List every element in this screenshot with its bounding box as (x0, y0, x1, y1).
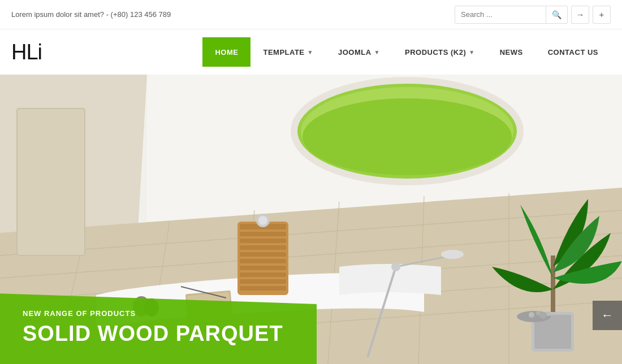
svg-point-47 (529, 312, 534, 318)
nav-item-joomla[interactable]: JOOMLA ▼ (326, 37, 392, 67)
svg-rect-28 (240, 232, 286, 236)
svg-rect-34 (240, 272, 286, 277)
svg-rect-29 (240, 239, 286, 243)
svg-point-42 (391, 262, 400, 271)
nav-label-home: HOME (215, 48, 238, 57)
nav-label-joomla: JOOMLA (338, 48, 372, 57)
svg-point-41 (441, 250, 464, 259)
logo[interactable]: HLi (11, 40, 42, 64)
nav-label-contact: CONTACT US (548, 48, 598, 57)
nav-label-template: TEMPLATE (263, 48, 304, 57)
svg-rect-19 (17, 109, 85, 255)
svg-rect-33 (240, 266, 286, 270)
caption-subtitle: NEW RANGE OF PRODUCTS (23, 309, 294, 318)
search-button[interactable]: 🔍 (546, 6, 567, 23)
plus-icon: + (599, 10, 604, 19)
search-box[interactable]: 🔍 (455, 6, 568, 24)
arrow-left-icon: ← (601, 308, 614, 323)
svg-point-50 (546, 311, 551, 316)
chevron-down-icon: ▼ (469, 49, 474, 55)
nav-item-news[interactable]: NEWS (487, 37, 535, 67)
caption-title: SOLID WOOD PARQUET (23, 322, 294, 346)
plus-button[interactable]: + (593, 6, 611, 24)
tagline: Lorem ipsum dolor sit amet? (11, 10, 104, 19)
separator: - (106, 10, 111, 19)
top-bar-actions: 🔍 → + (455, 6, 611, 24)
prev-slide-button[interactable]: ← (593, 301, 622, 330)
nav-label-news: NEWS (500, 48, 523, 57)
svg-rect-32 (240, 259, 286, 263)
nav-item-contact[interactable]: CONTACT US (535, 37, 611, 67)
hero-caption: NEW RANGE OF PRODUCTS SOLID WOOD PARQUET (0, 293, 317, 364)
hero-section: NEW RANGE OF PRODUCTS SOLID WOOD PARQUET… (0, 75, 622, 364)
svg-point-17 (303, 98, 512, 175)
search-icon: 🔍 (552, 10, 561, 19)
arrow-right-button[interactable]: → (571, 6, 589, 24)
svg-point-38 (258, 216, 267, 225)
svg-point-49 (539, 312, 546, 319)
main-nav: HOME TEMPLATE ▼ JOOMLA ▼ PRODUCTS (K2) ▼… (202, 29, 611, 75)
arrow-right-icon: → (576, 10, 585, 19)
header: HLi HOME TEMPLATE ▼ JOOMLA ▼ PRODUCTS (K… (0, 29, 622, 75)
top-bar-info: Lorem ipsum dolor sit amet? - (+80) 123 … (11, 10, 171, 19)
top-bar: Lorem ipsum dolor sit amet? - (+80) 123 … (0, 0, 622, 29)
nav-item-template[interactable]: TEMPLATE ▼ (250, 37, 326, 67)
search-input[interactable] (455, 6, 546, 23)
svg-rect-35 (240, 279, 286, 284)
svg-rect-36 (240, 286, 286, 291)
nav-label-products: PRODUCTS (K2) (405, 48, 466, 57)
phone: (+80) 123 456 789 (111, 10, 171, 19)
nav-item-home[interactable]: HOME (202, 37, 250, 67)
chevron-down-icon: ▼ (308, 49, 313, 55)
logo-text: HLi (11, 40, 42, 64)
svg-rect-31 (240, 252, 286, 257)
nav-item-products[interactable]: PRODUCTS (K2) ▼ (392, 37, 487, 67)
svg-rect-30 (240, 245, 286, 250)
chevron-down-icon: ▼ (374, 49, 380, 55)
